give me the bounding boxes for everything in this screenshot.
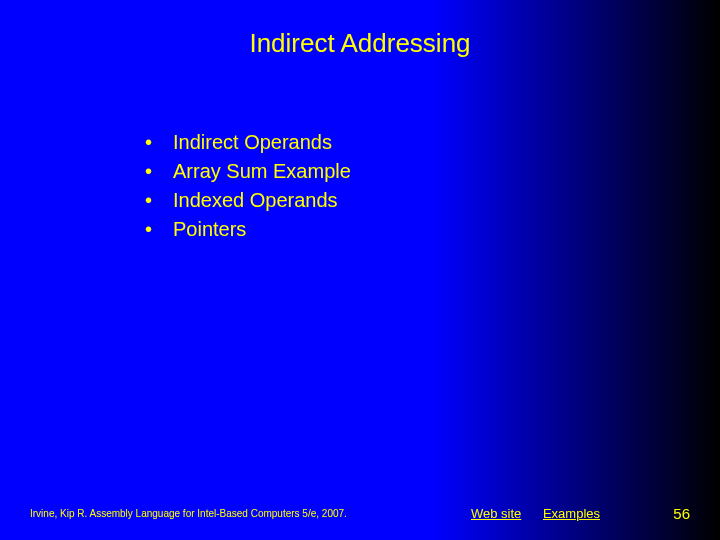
slide-title: Indirect Addressing [0,28,720,59]
list-item: • Indirect Operands [145,128,351,157]
list-item: • Indexed Operands [145,186,351,215]
list-item-label: Array Sum Example [173,157,351,186]
bullet-list: • Indirect Operands • Array Sum Example … [145,128,351,244]
bullet-dot-icon: • [145,128,173,157]
list-item: • Array Sum Example [145,157,351,186]
bullet-dot-icon: • [145,186,173,215]
footer-links: Web site Examples [453,506,600,521]
examples-link[interactable]: Examples [543,506,600,521]
bullet-dot-icon: • [145,215,173,244]
list-item-label: Pointers [173,215,246,244]
list-item-label: Indirect Operands [173,128,332,157]
page-number: 56 [600,505,690,522]
list-item: • Pointers [145,215,351,244]
slide: Indirect Addressing • Indirect Operands … [0,0,720,540]
bullet-dot-icon: • [145,157,173,186]
footer: Irvine, Kip R. Assembly Language for Int… [30,505,690,522]
footer-credit: Irvine, Kip R. Assembly Language for Int… [30,508,347,519]
list-item-label: Indexed Operands [173,186,338,215]
website-link[interactable]: Web site [471,506,521,521]
